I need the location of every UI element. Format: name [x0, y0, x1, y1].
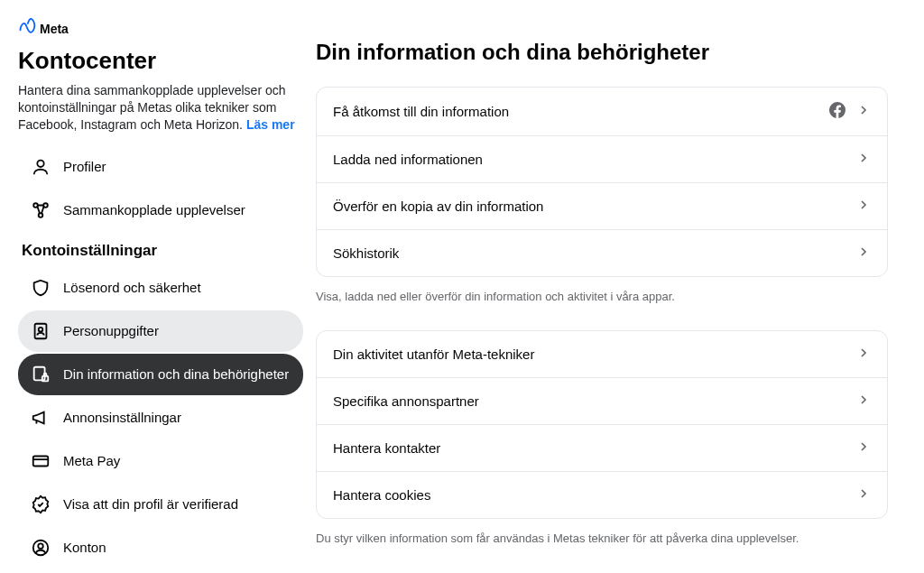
person-circle-icon	[31, 538, 51, 558]
sidebar-section-account-settings: Kontoinställningar	[18, 233, 303, 267]
chevron-right-icon	[856, 439, 871, 457]
megaphone-icon	[31, 408, 51, 428]
credit-card-icon	[31, 451, 51, 471]
person-icon	[31, 157, 51, 177]
chevron-right-icon	[856, 151, 871, 168]
meta-brand-text: Meta	[40, 22, 69, 36]
svg-point-5	[39, 328, 43, 332]
sidebar-title: Kontocenter	[18, 47, 303, 75]
svg-rect-8	[33, 456, 49, 466]
row-manage-cookies[interactable]: Hantera cookies	[317, 472, 887, 518]
card-info-access: Få åtkomst till din information Ladda ne…	[316, 87, 888, 277]
card-activity-control: Din aktivitet utanför Meta-tekniker Spec…	[316, 330, 888, 519]
row-search-history[interactable]: Sökhistorik	[317, 230, 887, 276]
sidebar-description: Hantera dina sammankopplade upplevelser …	[18, 82, 303, 134]
sidebar-item-meta-pay[interactable]: Meta Pay	[18, 440, 303, 482]
connected-icon	[31, 200, 51, 220]
chevron-right-icon	[856, 393, 871, 410]
sidebar-item-label: Annonsinställningar	[63, 410, 181, 425]
sidebar-nav: Profiler Sammankopplade upplevelser Kont…	[18, 146, 303, 568]
row-label: Ladda ned informationen	[333, 152, 483, 167]
sidebar-item-label: Meta Pay	[63, 453, 120, 468]
sidebar-item-label: Din information och dina behörigheter	[63, 366, 289, 382]
sidebar-item-accounts[interactable]: Konton	[18, 527, 303, 568]
svg-point-10	[38, 543, 43, 549]
svg-rect-6	[34, 366, 45, 380]
sidebar-item-label: Visa att din profil är verifierad	[63, 496, 238, 512]
facebook-icon	[829, 102, 845, 121]
sidebar-item-profiles[interactable]: Profiler	[18, 146, 303, 188]
row-label: Specifika annonspartner	[333, 393, 479, 409]
main-content: Din information och dina behörigheter Få…	[316, 0, 924, 573]
sidebar-item-label: Lösenord och säkerhet	[63, 280, 201, 295]
caption-activity-control: Du styr vilken information som får använ…	[316, 519, 888, 572]
chevron-right-icon	[856, 103, 871, 120]
row-manage-contacts[interactable]: Hantera kontakter	[317, 425, 887, 472]
shield-icon	[31, 278, 51, 298]
sidebar-item-personal-details[interactable]: Personuppgifter	[18, 310, 303, 352]
document-lock-icon	[31, 365, 51, 384]
page-title: Din information och dina behörigheter	[316, 40, 888, 65]
chevron-right-icon	[856, 245, 871, 262]
sidebar-item-verified[interactable]: Visa att din profil är verifierad	[18, 484, 303, 525]
row-label: Överför en kopia av din information	[333, 199, 543, 214]
caption-info-access: Visa, ladda ned eller överför din inform…	[316, 277, 888, 330]
sidebar-item-ad-preferences[interactable]: Annonsinställningar	[18, 397, 303, 439]
sidebar-item-your-info-permissions[interactable]: Din information och dina behörigheter	[18, 354, 303, 395]
id-card-icon	[31, 321, 51, 341]
row-transfer-copy[interactable]: Överför en kopia av din information	[317, 183, 887, 230]
sidebar-item-password-security[interactable]: Lösenord och säkerhet	[18, 267, 303, 309]
row-download-information[interactable]: Ladda ned informationen	[317, 136, 887, 183]
row-access-your-information[interactable]: Få åtkomst till din information	[317, 88, 887, 136]
sidebar-item-label: Profiler	[63, 159, 106, 174]
sidebar-item-label: Personuppgifter	[63, 323, 159, 338]
sidebar-item-label: Konton	[63, 540, 106, 555]
row-label: Sökhistorik	[333, 245, 399, 261]
meta-brand: Meta	[18, 18, 303, 40]
sidebar-item-label: Sammankopplade upplevelser	[63, 202, 245, 217]
sidebar: Meta Kontocenter Hantera dina sammankopp…	[0, 0, 316, 573]
row-label: Hantera kontakter	[333, 440, 440, 456]
row-label: Hantera cookies	[333, 487, 430, 503]
meta-logo-icon	[18, 18, 36, 40]
verified-badge-icon	[31, 494, 51, 514]
row-label: Få åtkomst till din information	[333, 104, 509, 119]
row-label: Din aktivitet utanför Meta-tekniker	[333, 347, 534, 362]
row-specific-ad-partners[interactable]: Specifika annonspartner	[317, 378, 887, 425]
chevron-right-icon	[856, 486, 871, 504]
chevron-right-icon	[856, 346, 871, 363]
row-off-meta-activity[interactable]: Din aktivitet utanför Meta-tekniker	[317, 331, 887, 378]
sidebar-item-connected-experiences[interactable]: Sammankopplade upplevelser	[18, 189, 303, 231]
learn-more-link[interactable]: Läs mer	[246, 117, 295, 132]
svg-point-0	[37, 160, 43, 166]
chevron-right-icon	[856, 198, 871, 215]
